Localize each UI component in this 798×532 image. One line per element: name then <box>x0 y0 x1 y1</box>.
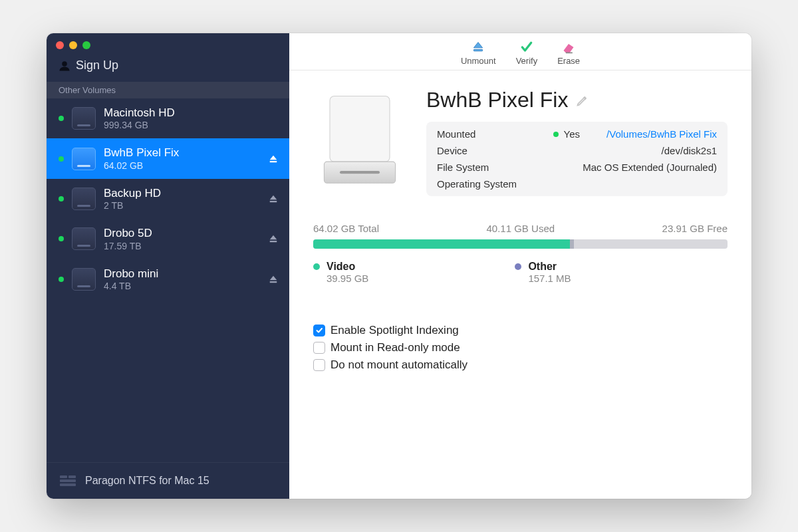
svg-point-0 <box>62 61 67 66</box>
mount-options: Enable Spotlight Indexing Mount in Read-… <box>313 324 728 372</box>
eject-button[interactable] <box>268 233 279 244</box>
status-dot-icon <box>59 156 64 162</box>
verify-button[interactable]: Verify <box>509 40 545 66</box>
usage-used: 40.11 GB Used <box>487 223 555 234</box>
volume-title-row: BwhB Pixel Fix <box>426 88 728 112</box>
drive-icon <box>72 268 96 291</box>
sidebar-section-header: Other Volumes <box>47 82 289 98</box>
eject-icon <box>269 194 278 203</box>
status-dot-icon <box>59 196 64 201</box>
usage-total: 64.02 GB Total <box>313 223 379 234</box>
legend-dot-icon <box>515 263 521 270</box>
svg-rect-4 <box>270 281 277 283</box>
volume-item-drobo-mini[interactable]: Drobo mini 4.4 TB <box>47 259 289 299</box>
info-device-value: /dev/disk2s1 <box>662 145 717 156</box>
status-dot-icon <box>553 132 559 137</box>
svg-rect-3 <box>270 241 277 242</box>
volume-item-drobo-5d[interactable]: Drobo 5D 17.59 TB <box>47 219 289 259</box>
usage-bar-other-segment <box>570 239 574 249</box>
option-label: Do not mount automatically <box>331 358 467 372</box>
close-window-button[interactable] <box>56 41 64 49</box>
mount-path-link[interactable]: /Volumes/BwhB Pixel Fix <box>606 128 717 140</box>
app-window: Sign Up Other Volumes Macintosh HD 999.3… <box>47 33 751 499</box>
info-card: Mounted Yes /Volumes/BwhB Pixel Fix Devi… <box>426 122 728 196</box>
unmount-button[interactable]: Unmount <box>454 40 503 66</box>
usage-labels: 64.02 GB Total 40.11 GB Used 23.91 GB Fr… <box>313 223 728 234</box>
drive-icon <box>72 107 96 130</box>
option-no-automount[interactable]: Do not mount automatically <box>313 358 728 372</box>
rename-button[interactable] <box>576 88 589 112</box>
sign-up-button[interactable]: Sign Up <box>47 56 289 82</box>
eject-icon <box>269 234 278 243</box>
info-row-filesystem: File System Mac OS Extended (Journaled) <box>437 162 717 173</box>
volume-texts: Drobo mini 4.4 TB <box>104 267 260 291</box>
usage-section: 64.02 GB Total 40.11 GB Used 23.91 GB Fr… <box>313 223 728 284</box>
usage-free: 23.91 GB Free <box>662 223 728 234</box>
unmount-label: Unmount <box>461 56 496 66</box>
info-mounted-value: Yes <box>564 128 580 140</box>
volume-item-backup-hd[interactable]: Backup HD 2 TB <box>47 179 289 219</box>
svg-rect-8 <box>340 171 380 174</box>
option-label: Enable Spotlight Indexing <box>331 324 459 337</box>
legend-value: 157.1 MB <box>528 273 571 284</box>
info-fs-value: Mac OS Extended (Journaled) <box>583 162 717 173</box>
drive-icon <box>72 227 96 250</box>
usage-bar <box>313 239 728 249</box>
eject-button[interactable] <box>268 154 279 164</box>
volume-size: 17.59 TB <box>104 241 260 251</box>
eject-button[interactable] <box>268 274 279 285</box>
info-label: Device <box>437 145 467 156</box>
volume-header: BwhB Pixel Fix Mounted Yes /Volumes/BwhB… <box>313 88 728 196</box>
volume-size: 64.02 GB <box>104 160 260 171</box>
volume-name: Macintosh HD <box>104 106 279 120</box>
volume-list: Macintosh HD 999.34 GB BwhB Pixel Fix 64… <box>47 98 289 462</box>
legend-item-other: Other 157.1 MB <box>515 261 571 284</box>
minimize-window-button[interactable] <box>69 41 77 49</box>
volume-large-icon <box>313 88 406 193</box>
erase-icon <box>561 40 577 55</box>
zoom-window-button[interactable] <box>82 41 90 49</box>
status-dot-icon <box>59 277 64 282</box>
unmount-icon <box>470 40 486 55</box>
legend-name: Video <box>327 261 368 273</box>
volume-texts: BwhB Pixel Fix 64.02 GB <box>104 146 260 170</box>
legend-dot-icon <box>313 263 320 270</box>
app-icon <box>60 475 76 486</box>
checkbox-icon <box>313 342 325 354</box>
info-row-mounted: Mounted Yes /Volumes/BwhB Pixel Fix <box>437 128 717 140</box>
drive-icon <box>72 148 96 170</box>
status-dot-icon <box>59 116 64 121</box>
drive-icon <box>72 188 96 210</box>
volume-item-macintosh-hd[interactable]: Macintosh HD 999.34 GB <box>47 98 289 138</box>
option-label: Mount in Read-only mode <box>331 341 460 354</box>
legend-item-video: Video 39.95 GB <box>313 261 368 284</box>
volume-size: 999.34 GB <box>104 120 279 130</box>
sidebar-footer[interactable]: Paragon NTFS for Mac 15 <box>47 462 289 499</box>
legend-name: Other <box>528 261 571 273</box>
eject-icon <box>269 275 278 284</box>
option-readonly[interactable]: Mount in Read-only mode <box>313 341 728 354</box>
eject-button[interactable] <box>268 194 279 204</box>
volume-texts: Drobo 5D 17.59 TB <box>104 227 260 251</box>
svg-rect-1 <box>270 160 277 162</box>
info-label: Mounted <box>437 128 475 140</box>
pencil-icon <box>576 94 589 107</box>
erase-button[interactable]: Erase <box>551 40 587 66</box>
sign-up-label: Sign Up <box>76 59 118 72</box>
volume-size: 4.4 TB <box>104 281 260 291</box>
erase-label: Erase <box>557 56 580 66</box>
info-label: File System <box>437 162 489 173</box>
eject-icon <box>269 154 278 164</box>
volume-texts: Backup HD 2 TB <box>104 187 260 211</box>
volume-title: BwhB Pixel Fix <box>426 88 568 112</box>
verify-label: Verify <box>516 56 538 66</box>
info-row-os: Operating System <box>437 178 717 190</box>
volume-item-bwhb-pixel-fix[interactable]: BwhB Pixel Fix 64.02 GB <box>47 138 289 178</box>
volume-name: Drobo mini <box>104 267 260 281</box>
sidebar: Sign Up Other Volumes Macintosh HD 999.3… <box>47 33 289 499</box>
option-spotlight[interactable]: Enable Spotlight Indexing <box>313 324 728 337</box>
volume-name: Backup HD <box>104 187 260 200</box>
status-dot-icon <box>59 236 64 241</box>
user-icon <box>59 60 70 72</box>
svg-rect-6 <box>330 96 390 162</box>
